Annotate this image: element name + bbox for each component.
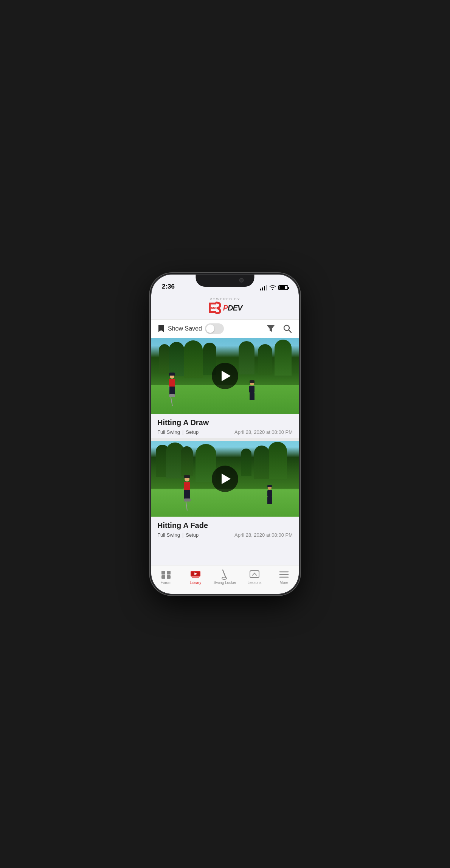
bookmark-svg [158,325,164,332]
b-logo-icon [208,301,222,315]
video-card-1: Hitting A Draw Full Swing | Setup April … [151,338,299,438]
video-card-2: Hitting A Fade Full Swing | Setup April … [151,441,299,541]
more-icon [279,570,289,579]
play-triangle-2 [222,474,231,484]
toolbar: Show Saved [151,320,299,338]
svg-rect-7 [161,571,165,575]
svg-line-14 [223,570,226,578]
swing-locker-icon [220,570,230,579]
phone-frame: 2:36 POWERED BY [151,275,299,594]
video-tags-2: Full Swing | Setup [157,532,199,538]
video-meta-2: Full Swing | Setup April 28, 2020 at 08:… [157,532,293,538]
video-date-2: April 28, 2020 at 08:00 PM [234,532,293,538]
screen: 2:36 POWERED BY [151,275,299,594]
video-subcategory-2: Setup [186,532,199,538]
video-tags-1: Full Swing | Setup [157,429,199,435]
swing-locker-label: Swing Locker [214,581,236,585]
app-header: POWERED BY [151,293,299,320]
video-date-1: April 28, 2020 at 08:00 PM [234,429,293,435]
show-saved-toggle[interactable] [205,323,224,334]
content-scroll[interactable]: Hitting A Draw Full Swing | Setup April … [151,338,299,565]
library-icon [190,570,201,579]
status-time: 2:36 [162,283,175,290]
video-info-2: Hitting A Fade Full Swing | Setup April … [151,517,299,541]
golfer-figure-2b [267,486,272,504]
tag-sep-2: | [182,532,183,538]
more-label: More [280,581,289,585]
tab-more[interactable]: More [269,568,299,586]
tag-sep-1: | [182,429,183,435]
brand-name: PDEV [223,304,242,312]
svg-rect-13 [192,577,199,578]
golfer-figure-1b [249,381,254,400]
tab-bar: Forum Library [151,565,299,594]
video-category-2: Full Swing [157,532,180,538]
bottom-spacer [151,541,299,548]
svg-rect-3 [209,311,216,313]
video-category-1: Full Swing [157,429,180,435]
brand-logo: PDEV [208,301,242,315]
bookmark-icon [157,325,165,332]
forum-label: Forum [161,581,172,585]
wifi-icon [269,285,276,290]
golfer-figure-2 [184,477,191,502]
video-meta-1: Full Swing | Setup April 28, 2020 at 08:… [157,429,293,435]
filter-icon [267,325,275,332]
search-icon [283,325,292,333]
notch [196,275,254,287]
tab-library[interactable]: Library [181,568,210,586]
status-icons [260,285,288,290]
tab-swing-locker[interactable]: Swing Locker [210,568,240,586]
video-thumbnail-1[interactable] [151,338,299,414]
svg-point-15 [222,577,227,579]
svg-rect-9 [161,575,165,579]
video-thumbnail-2[interactable] [151,441,299,517]
svg-line-6 [289,330,291,332]
library-label: Library [190,581,202,585]
card-divider-1 [151,438,299,441]
tab-lessons[interactable]: Lessons [240,568,269,586]
video-title-2: Hitting A Fade [157,521,293,530]
video-title-1: Hitting A Draw [157,418,293,427]
lessons-label: Lessons [247,581,261,585]
svg-rect-16 [250,571,259,578]
filter-button[interactable] [265,323,276,334]
lessons-icon [249,570,260,579]
battery-icon [278,285,288,290]
svg-rect-10 [167,575,171,579]
svg-rect-8 [167,571,171,575]
play-button-1[interactable] [212,363,238,389]
toggle-knob [206,325,214,333]
golfer-figure-1a [169,374,175,397]
show-saved-label: Show Saved [168,325,202,332]
logo: POWERED BY [208,297,242,315]
video-subcategory-1: Setup [186,429,199,435]
camera [239,278,244,283]
play-button-2[interactable] [212,466,238,492]
play-triangle-1 [222,371,231,381]
svg-rect-1 [209,303,216,304]
powered-by-text: POWERED BY [209,297,240,301]
forum-icon [161,570,171,579]
search-button[interactable] [282,323,293,334]
show-saved-section: Show Saved [157,323,265,334]
toolbar-actions [265,323,293,334]
tab-forum[interactable]: Forum [151,568,181,586]
signal-icon [260,285,267,290]
video-info-1: Hitting A Draw Full Swing | Setup April … [151,414,299,438]
